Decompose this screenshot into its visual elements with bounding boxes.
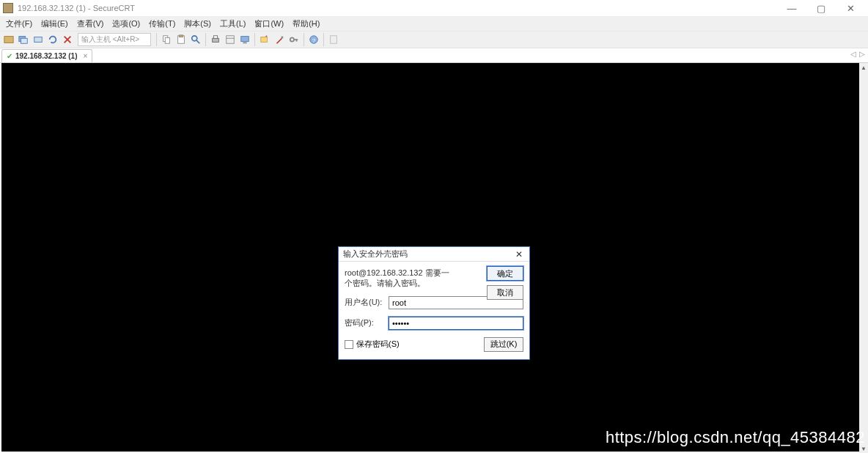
terminal-area: ▲ ▼ 输入安全外壳密码 ✕ root@192.168.32.132 需要一个密… <box>0 63 868 453</box>
minimize-button[interactable]: — <box>777 1 806 15</box>
window-titlebar: 192.168.32.132 (1) - SecureCRT — ▢ ✕ <box>0 0 868 16</box>
svg-point-22 <box>290 37 294 41</box>
print-icon[interactable] <box>209 33 222 46</box>
menu-transfer[interactable]: 传输(T) <box>144 17 180 31</box>
host-input[interactable]: 输入主机 <Alt+R> <box>78 33 151 46</box>
blank-doc-icon[interactable] <box>327 33 340 46</box>
key-icon[interactable] <box>287 33 301 46</box>
svg-line-20 <box>277 38 282 43</box>
menu-window[interactable]: 窗口(W) <box>250 17 288 31</box>
svg-rect-9 <box>179 35 183 37</box>
find-icon[interactable] <box>189 33 202 46</box>
properties-icon[interactable] <box>224 33 237 46</box>
svg-rect-13 <box>213 36 217 39</box>
svg-point-10 <box>192 36 197 41</box>
help-icon[interactable]: ? <box>307 33 320 46</box>
tab-close-button[interactable]: × <box>84 52 88 60</box>
svg-rect-17 <box>243 43 246 44</box>
ok-button[interactable]: 确定 <box>487 266 523 281</box>
svg-rect-0 <box>4 37 13 43</box>
quick-connect-icon[interactable] <box>2 33 15 46</box>
tab-next-icon[interactable]: ▷ <box>859 50 865 58</box>
svg-text:*: * <box>265 34 268 40</box>
menu-help[interactable]: 帮助(H) <box>288 17 324 31</box>
dialog-prompt: root@192.168.32.132 需要一个密码。请输入密码。 <box>345 268 455 289</box>
svg-text:?: ? <box>312 37 316 44</box>
copy-icon[interactable] <box>160 33 173 46</box>
host-placeholder: 输入主机 <Alt+R> <box>81 34 139 45</box>
menu-view[interactable]: 查看(V) <box>73 17 108 31</box>
toolbar-separator-4 <box>304 33 304 46</box>
save-password-label: 保存密码(S) <box>356 339 400 350</box>
menu-edit[interactable]: 编辑(E) <box>37 17 73 31</box>
app-icon <box>3 3 13 13</box>
screen-icon[interactable] <box>238 33 251 46</box>
password-dialog: 输入安全外壳密码 ✕ root@192.168.32.132 需要一个密码。请输… <box>338 246 530 360</box>
menu-script[interactable]: 脚本(S) <box>180 17 216 31</box>
vertical-scrollbar[interactable]: ▲ ▼ <box>859 63 868 453</box>
svg-rect-27 <box>331 36 337 44</box>
svg-rect-12 <box>213 38 219 42</box>
maximize-button[interactable]: ▢ <box>806 1 836 15</box>
toolbar-separator <box>156 33 157 46</box>
save-password-checkbox[interactable]: 保存密码(S) <box>345 339 400 350</box>
svg-rect-7 <box>165 37 169 43</box>
username-label: 用户名(U): <box>345 297 384 308</box>
svg-rect-2 <box>21 38 28 43</box>
connected-check-icon: ✔ <box>7 52 12 60</box>
scroll-down-icon[interactable]: ▼ <box>860 444 867 453</box>
svg-rect-3 <box>34 37 43 43</box>
tab-nav: ◁ ▷ <box>850 50 865 58</box>
toolbar: 输入主机 <Alt+R> * ? <box>0 31 868 48</box>
dialog-close-button[interactable]: ✕ <box>513 249 525 259</box>
disconnect-icon[interactable] <box>61 33 74 46</box>
connect-icon[interactable] <box>32 33 45 46</box>
menu-options[interactable]: 选项(O) <box>108 17 144 31</box>
cancel-button[interactable]: 取消 <box>487 285 523 300</box>
toolbar-separator-5 <box>323 33 324 46</box>
paste-icon[interactable] <box>174 33 188 46</box>
svg-line-11 <box>196 40 199 43</box>
password-label: 密码(P): <box>345 317 384 328</box>
tab-prev-icon[interactable]: ◁ <box>850 50 856 58</box>
svg-rect-21 <box>282 37 284 39</box>
window-title: 192.168.32.132 (1) - SecureCRT <box>18 4 135 12</box>
toolbar-separator-2 <box>205 33 206 46</box>
session-tab[interactable]: ✔ 192.168.32.132 (1) × <box>1 49 92 62</box>
toolbar-separator-3 <box>254 33 255 46</box>
settings-icon[interactable] <box>273 33 286 46</box>
svg-rect-16 <box>241 37 249 42</box>
tab-strip: ✔ 192.168.32.132 (1) × ◁ ▷ <box>0 48 868 63</box>
dialog-title: 输入安全外壳密码 <box>343 248 408 259</box>
menu-tools[interactable]: 工具(L) <box>216 17 250 31</box>
session-tab-label: 192.168.32.132 (1) <box>15 52 78 60</box>
dialog-titlebar[interactable]: 输入安全外壳密码 ✕ <box>339 247 529 262</box>
svg-rect-14 <box>227 36 235 44</box>
close-window-button[interactable]: ✕ <box>836 1 865 15</box>
skip-button[interactable]: 跳过(K) <box>484 337 523 352</box>
new-session-icon[interactable]: * <box>258 33 271 46</box>
password-input[interactable] <box>389 317 523 330</box>
checkbox-box-icon <box>345 340 353 349</box>
menu-bar: 文件(F) 编辑(E) 查看(V) 选项(O) 传输(T) 脚本(S) 工具(L… <box>0 16 868 31</box>
reconnect-icon[interactable] <box>46 33 59 46</box>
scroll-up-icon[interactable]: ▲ <box>860 63 867 72</box>
session-manager-icon[interactable] <box>17 33 30 46</box>
menu-file[interactable]: 文件(F) <box>1 17 37 31</box>
